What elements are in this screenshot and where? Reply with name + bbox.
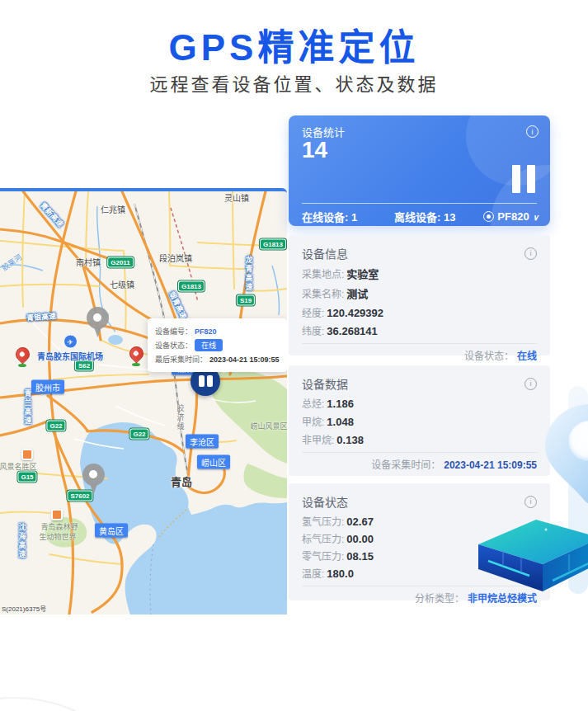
info-section-title: 设备信息: [302, 245, 348, 261]
road-shenhai: 沈海高速: [17, 523, 28, 559]
section-divider: [302, 343, 537, 344]
airport-label: 青岛胶东国际机场: [37, 350, 103, 362]
data-footer: 设备采集时间：2023-04-21 15:09:55: [302, 457, 537, 471]
pin-tail: [90, 484, 97, 494]
road-qingyin: 青银高速: [26, 310, 57, 323]
badge-g22-a: G22: [47, 421, 64, 431]
badge-g15: G15: [18, 473, 35, 482]
river-jiaolai: 胶莱河: [0, 252, 24, 273]
badge-s19: S19: [238, 296, 254, 305]
device-info-section: 设备信息 采集地点:实验室 采集名称:测试 经度:120.429392 纬度:3…: [289, 235, 550, 356]
card-divider: [302, 203, 537, 204]
tooltip-status-label: 设备状态：: [155, 340, 192, 351]
pin-airport-east[interactable]: [128, 346, 144, 368]
district-licang: 李沧区: [186, 435, 219, 449]
device-selector[interactable]: PF820: [483, 210, 539, 223]
tooltip-device-id-value[interactable]: PF820: [195, 327, 217, 336]
status-section-title: 设备状态: [302, 493, 348, 510]
poi-wildlife: [51, 509, 63, 520]
decor-arc: [0, 697, 164, 711]
device-status-value: 在线: [517, 351, 537, 362]
offline-label: 离线设备:: [394, 211, 440, 224]
info-row: 采集地点:实验室: [302, 266, 537, 281]
device-bar-icon: [199, 375, 205, 387]
badge-g1813-b: G1813: [179, 282, 204, 291]
pin-body: [126, 343, 146, 363]
server-box-illustration: [470, 515, 588, 592]
map-labels-layer: 仁兆镇南村镇七级镇段泊岚镇灵山镇G2011G1813G1813S19S62G22…: [0, 191, 287, 614]
graypin-south[interactable]: [82, 464, 106, 497]
data-section-title: 设备数据: [302, 375, 348, 392]
road-yanqing: 烟青高速: [167, 290, 189, 321]
road-qinglan: 青兰高速: [23, 389, 34, 426]
online-label: 在线设备:: [302, 211, 348, 224]
scope-icon: [483, 211, 494, 222]
pin-jiaozhou[interactable]: [14, 347, 31, 369]
district-jiaozhou: 胶州市: [31, 380, 64, 394]
stats-card: 设备统计 14 在线设备: 1 离线设备: 13 PF820: [289, 115, 550, 226]
district-laoshan: 崂山区: [197, 455, 230, 469]
page-title: GPS精准定位: [0, 18, 588, 71]
map-container[interactable]: 仁兆镇南村镇七级镇段泊岚镇灵山镇G2011G1813G1813S19S62G22…: [0, 188, 287, 614]
device-tooltip: 设备编号： PF820 设备状态： 在线 最后采集时间： 2023-04-21 …: [148, 318, 287, 372]
device-data-section: 设备数据 总烃:1.186 甲烷:1.048 非甲烷:0.138 设备采集时间：…: [289, 365, 550, 476]
device-total-count: 14: [302, 137, 327, 163]
info-row: 经度:120.429392: [302, 305, 537, 319]
airport-jiaodong[interactable]: ✈ 青岛胶东国际机场: [37, 335, 103, 362]
data-row: 甲烷:1.048: [302, 414, 537, 428]
badge-g2011: G2011: [108, 258, 133, 267]
district-huangdao: 黄岛区: [95, 524, 128, 538]
info-icon[interactable]: [524, 247, 537, 260]
info-icon[interactable]: [524, 378, 537, 390]
page-subtitle: 远程查看设备位置、状态及数据: [0, 69, 588, 96]
poi-scenic: [21, 449, 33, 460]
city-qingdao: 青岛: [171, 473, 192, 489]
location-pin-illustration: [541, 403, 588, 506]
tooltip-status-badge[interactable]: 在线: [195, 339, 223, 351]
town-lingshan: 灵山镇: [224, 191, 249, 204]
badge-g22-b: G22: [130, 430, 148, 439]
info-row: 采集名称:测试: [302, 285, 537, 301]
area-wildlife-2: 生动物世界: [39, 531, 76, 542]
offline-count: 13: [444, 211, 455, 224]
device-selector-value: PF820: [497, 210, 529, 223]
town-nancun: 南村镇: [76, 256, 101, 268]
data-row: 总烃:1.186: [302, 396, 537, 410]
tooltip-time-label: 最后采集时间：: [155, 354, 207, 365]
pin-head: [82, 464, 105, 486]
area-laoshan-scenic: 崂山风景区: [250, 421, 287, 431]
status-footer: 分析类型：非甲烷总烃模式: [302, 591, 537, 605]
data-row: 非甲烷:0.138: [302, 432, 537, 446]
info-icon[interactable]: [524, 496, 537, 508]
airplane-icon: ✈: [64, 335, 78, 349]
map-copyright: S(2021)6375号: [2, 604, 46, 613]
tooltip-time-value: 2023-04-21 15:09:55: [209, 356, 280, 364]
tooltip-device-id-label: 设备编号：: [155, 326, 192, 337]
town-qiji: 七级镇: [110, 278, 134, 290]
town-renzhao: 仁兆镇: [101, 203, 125, 215]
road-longqing: 龙青高速: [244, 256, 255, 292]
pin-body: [12, 344, 32, 364]
town-duanbolan: 段泊岚镇: [159, 252, 192, 264]
pause-button[interactable]: [512, 165, 537, 193]
analysis-type-value: 非甲烷总烃模式: [468, 593, 537, 605]
chevron-down-icon: [533, 210, 539, 223]
rail-jiaoji: 胶济线: [176, 405, 186, 432]
online-count: 1: [351, 211, 357, 224]
info-footer: 设备状态：在线: [302, 348, 537, 362]
info-icon[interactable]: [526, 125, 539, 138]
area-scenic-spot: 风景名胜区: [0, 461, 37, 472]
collect-time-value: 2023-04-21 15:09:55: [444, 459, 537, 471]
info-row: 纬度:36.268141: [302, 323, 537, 337]
pin-head: [87, 307, 109, 329]
badge-g1813-a: G1813: [261, 240, 285, 249]
section-divider: [302, 452, 537, 453]
badge-s62: S62: [76, 361, 92, 370]
device-bar-icon: [207, 375, 213, 387]
road-qingxin: 青新高速: [38, 200, 66, 228]
